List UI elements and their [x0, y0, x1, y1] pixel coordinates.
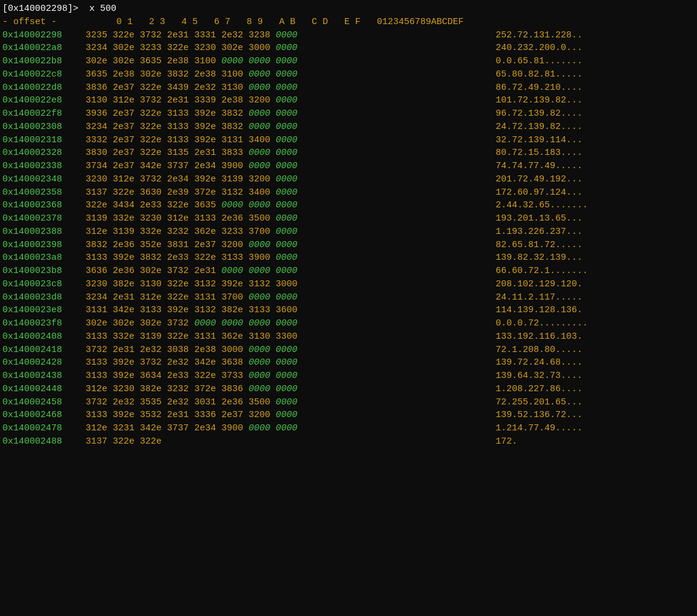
row-address: 0x1400023e8 [2, 304, 75, 317]
row-hex: 3133 392e 3532 2e31 3336 2e37 3200 0000 [75, 409, 485, 422]
row-address: 0x140002458 [2, 396, 75, 409]
row-address: 0x140002348 [2, 173, 75, 186]
header-line: - offset - 0 1 2 3 4 5 6 7 8 9 A B C D E… [0, 16, 697, 29]
row-address: 0x140002368 [2, 199, 75, 212]
row-hex: 3131 342e 3133 392e 3132 382e 3133 3600 [75, 304, 485, 317]
row-hex: 3732 2e32 3535 2e32 3031 2e36 3500 0000 [75, 396, 485, 409]
row-ascii: 72.255.201.65... [485, 396, 582, 409]
hex-row: 0x140002338 3734 2e37 342e 3737 2e34 390… [0, 160, 697, 173]
hex-row: 0x1400022a8 3234 302e 3233 322e 3230 302… [0, 42, 697, 55]
row-address: 0x140002378 [2, 212, 75, 225]
hex-row: 0x140002328 3830 2e37 322e 3135 2e31 383… [0, 146, 697, 160]
hex-row: 0x1400022b8 302e 302e 3635 2e38 3100 000… [0, 55, 697, 68]
row-hex: 3332 2e37 322e 3133 392e 3131 3400 0000 [75, 134, 485, 147]
row-hex: 3234 2e37 322e 3133 392e 3832 0000 0000 [75, 121, 485, 134]
row-ascii: 193.201.13.65... [485, 212, 582, 225]
row-hex: 3137 322e 322e [75, 435, 485, 448]
row-ascii: 1.193.226.237... [485, 225, 582, 239]
row-address: 0x140002438 [2, 369, 75, 383]
row-hex: 3235 322e 3732 2e31 3331 2e32 3238 0000 [75, 29, 485, 42]
row-address: 0x1400022c8 [2, 68, 75, 81]
row-address: 0x140002408 [2, 330, 75, 344]
row-hex: 3635 2e38 302e 3832 2e38 3100 0000 0000 [75, 68, 485, 81]
row-address: 0x1400023d8 [2, 291, 75, 304]
row-ascii: 240.232.200.0... [485, 42, 582, 55]
row-ascii: 139.64.32.73.... [485, 369, 582, 383]
hex-row: 0x1400022f8 3936 2e37 322e 3133 392e 383… [0, 107, 697, 121]
hex-row: 0x1400023c8 3230 382e 3130 322e 3132 392… [0, 278, 697, 291]
row-address: 0x140002418 [2, 344, 75, 357]
hex-row: 0x140002448 312e 3230 382e 3232 372e 383… [0, 383, 697, 396]
row-ascii: 252.72.131.228.. [485, 29, 582, 42]
row-ascii: 1.214.77.49..... [485, 422, 582, 435]
hex-row: 0x140002298 3235 322e 3732 2e31 3331 2e3… [0, 29, 697, 42]
hex-row: 0x140002388 312e 3139 332e 3232 362e 323… [0, 225, 697, 239]
row-hex: 312e 3231 342e 3737 2e34 3900 0000 0000 [75, 422, 485, 435]
row-ascii: 80.72.15.183.... [485, 146, 582, 160]
row-ascii: 66.60.72.1....... [485, 265, 588, 278]
row-ascii: 32.72.139.114... [485, 134, 582, 147]
row-address: 0x1400022b8 [2, 55, 75, 68]
row-hex: 3137 322e 3630 2e39 372e 3132 3400 0000 [75, 186, 485, 200]
row-hex: 302e 302e 302e 3732 0000 0000 0000 0000 [75, 317, 485, 330]
prompt-line: [0x140002298]> x 500 [0, 2, 697, 16]
row-hex: 3130 312e 3732 2e31 3339 2e38 3200 0000 [75, 94, 485, 107]
row-hex: 3836 2e37 322e 3439 2e32 3130 0000 0000 [75, 81, 485, 95]
hex-row: 0x140002318 3332 2e37 322e 3133 392e 313… [0, 134, 697, 147]
row-hex: 3832 2e36 352e 3831 2e37 3200 0000 0000 [75, 239, 485, 252]
row-hex: 322e 3434 2e33 322e 3635 0000 0000 0000 [75, 199, 485, 212]
row-ascii: 139.82.32.139... [485, 251, 582, 265]
hex-row: 0x1400022c8 3635 2e38 302e 3832 2e38 310… [0, 68, 697, 81]
row-ascii: 172. [485, 435, 517, 448]
row-ascii: 139.72.24.68.... [485, 356, 582, 369]
row-hex: 3936 2e37 322e 3133 392e 3832 0000 0000 [75, 107, 485, 121]
row-address: 0x1400023a8 [2, 251, 75, 265]
row-hex: 3133 392e 3634 2e33 322e 3733 0000 0000 [75, 369, 485, 383]
row-ascii: 139.52.136.72... [485, 409, 582, 422]
row-hex: 3734 2e37 342e 3737 2e34 3900 0000 0000 [75, 160, 485, 173]
hex-row: 0x140002458 3732 2e32 3535 2e32 3031 2e3… [0, 396, 697, 409]
hex-row: 0x140002438 3133 392e 3634 2e33 322e 373… [0, 369, 697, 383]
row-ascii: 0.0.65.81....... [485, 55, 582, 68]
hex-row: 0x1400022e8 3130 312e 3732 2e31 3339 2e3… [0, 94, 697, 107]
hex-row: 0x140002308 3234 2e37 322e 3133 392e 383… [0, 121, 697, 134]
hex-row: 0x140002468 3133 392e 3532 2e31 3336 2e3… [0, 409, 697, 422]
row-ascii: 114.139.128.136. [485, 304, 582, 317]
hex-row: 0x140002478 312e 3231 342e 3737 2e34 390… [0, 422, 697, 435]
row-hex: 3830 2e37 322e 3135 2e31 3833 0000 0000 [75, 146, 485, 160]
row-address: 0x140002468 [2, 409, 75, 422]
row-address: 0x1400023c8 [2, 278, 75, 291]
hex-row: 0x140002428 3133 392e 3732 2e32 342e 363… [0, 356, 697, 369]
hex-row: 0x140002408 3133 332e 3139 322e 3131 362… [0, 330, 697, 344]
row-hex: 312e 3139 332e 3232 362e 3233 3700 0000 [75, 225, 485, 239]
row-hex: 3230 382e 3130 322e 3132 392e 3132 3000 [75, 278, 485, 291]
row-hex: 3133 392e 3832 2e33 322e 3133 3900 0000 [75, 251, 485, 265]
row-hex: 3732 2e31 2e32 3038 2e38 3000 0000 0000 [75, 344, 485, 357]
row-ascii: 72.1.208.80..... [485, 344, 582, 357]
row-address: 0x1400022a8 [2, 42, 75, 55]
row-ascii: 24.72.139.82.... [485, 121, 582, 134]
hex-row: 0x1400022d8 3836 2e37 322e 3439 2e32 313… [0, 81, 697, 95]
row-address: 0x140002398 [2, 239, 75, 252]
row-ascii: 74.74.77.49..... [485, 160, 582, 173]
row-address: 0x140002328 [2, 146, 75, 160]
row-hex: 302e 302e 3635 2e38 3100 0000 0000 0000 [75, 55, 485, 68]
row-address: 0x140002428 [2, 356, 75, 369]
row-address: 0x1400022e8 [2, 94, 75, 107]
row-address: 0x140002318 [2, 134, 75, 147]
terminal-window: [0x140002298]> x 500 - offset - 0 1 2 3 … [0, 0, 697, 616]
hex-row: 0x1400023b8 3636 2e36 302e 3732 2e31 000… [0, 265, 697, 278]
row-hex: 3139 332e 3230 312e 3133 2e36 3500 0000 [75, 212, 485, 225]
hex-row: 0x140002348 3230 312e 3732 2e34 392e 313… [0, 173, 697, 186]
row-address: 0x1400023f8 [2, 317, 75, 330]
row-ascii: 201.72.49.192... [485, 173, 582, 186]
row-address: 0x140002298 [2, 29, 75, 42]
row-hex: 3234 302e 3233 322e 3230 302e 3000 0000 [75, 42, 485, 55]
row-ascii: 86.72.49.210.... [485, 81, 582, 95]
hex-row: 0x1400023f8 302e 302e 302e 3732 0000 000… [0, 317, 697, 330]
row-ascii: 0.0.0.72......... [485, 317, 588, 330]
row-ascii: 82.65.81.72..... [485, 239, 582, 252]
hex-row: 0x140002488 3137 322e 322e 172. [0, 435, 697, 448]
row-ascii: 208.102.129.120. [485, 278, 582, 291]
row-hex: 3636 2e36 302e 3732 2e31 0000 0000 0000 [75, 265, 485, 278]
